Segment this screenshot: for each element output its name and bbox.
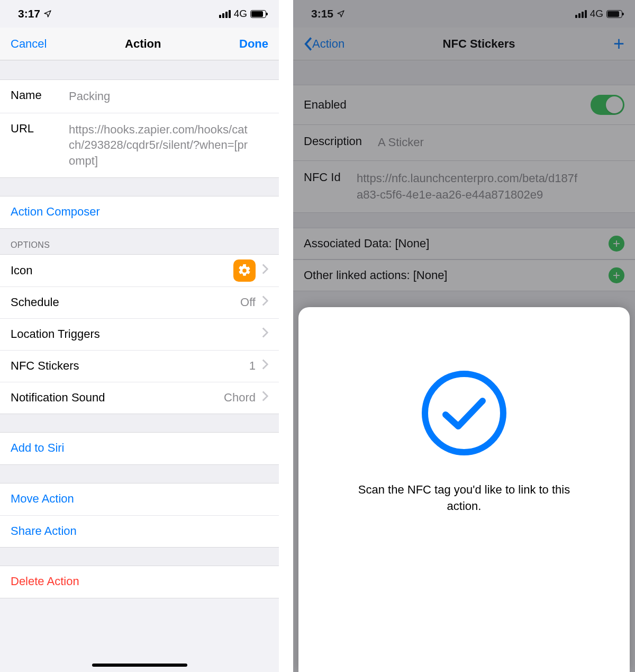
action-composer-label: Action Composer <box>11 205 100 219</box>
right-phone: 3:15 4G Action NFC Stickers + Enabled De… <box>293 0 635 672</box>
chevron-right-icon <box>262 359 268 373</box>
url-value: https://hooks.zapier.com/hooks/catch/293… <box>69 122 249 169</box>
spacer <box>0 548 279 566</box>
sheet-instruction-text: Scan the NFC tag you'd like to link to t… <box>353 482 575 515</box>
notification-sound-row[interactable]: Notification Sound Chord <box>0 382 279 414</box>
add-to-siri-button[interactable]: Add to Siri <box>0 433 279 464</box>
status-time: 3:17 <box>18 7 40 20</box>
image-gap <box>279 0 293 672</box>
navbar: Cancel Action Done <box>0 28 279 60</box>
nfc-scan-sheet: Scan the NFC tag you'd like to link to t… <box>298 307 630 672</box>
schedule-row[interactable]: Schedule Off <box>0 286 279 318</box>
icon-label: Icon <box>11 264 33 277</box>
nfc-count: 1 <box>249 359 256 373</box>
move-action-button[interactable]: Move Action <box>0 483 279 515</box>
share-action-button[interactable]: Share Action <box>0 515 279 547</box>
sound-value: Chord <box>224 391 256 405</box>
chevron-right-icon <box>262 391 268 405</box>
url-label: URL <box>11 122 69 136</box>
url-cell[interactable]: URL https://hooks.zapier.com/hooks/catch… <box>0 113 279 177</box>
delete-action-label: Delete Action <box>11 575 79 588</box>
network-label: 4G <box>234 8 247 20</box>
location-label: Location Triggers <box>11 327 100 341</box>
left-phone: 3:17 4G Cancel Action Done Name Packing … <box>0 0 279 672</box>
share-action-label: Share Action <box>11 524 77 538</box>
spacer <box>0 178 279 196</box>
checkmark-circle-icon <box>422 371 506 455</box>
nfc-stickers-row[interactable]: NFC Stickers 1 <box>0 350 279 382</box>
composer-group: Action Composer <box>0 196 279 229</box>
done-button[interactable]: Done <box>239 37 268 51</box>
spacer <box>0 414 279 432</box>
signal-icon <box>219 10 231 18</box>
home-indicator <box>92 664 187 667</box>
add-to-siri-label: Add to Siri <box>11 441 65 455</box>
spacer <box>0 465 279 483</box>
status-bar: 3:17 4G <box>0 0 279 28</box>
gear-icon <box>233 259 256 282</box>
schedule-value: Off <box>240 295 256 309</box>
name-value: Packing <box>69 88 110 104</box>
battery-icon <box>250 10 266 18</box>
name-cell[interactable]: Name Packing <box>0 80 279 113</box>
move-action-label: Move Action <box>11 492 74 506</box>
location-triggers-row[interactable]: Location Triggers <box>0 318 279 350</box>
chevron-right-icon <box>262 264 268 277</box>
location-arrow-icon <box>43 10 52 18</box>
name-label: Name <box>11 88 69 102</box>
delete-action-button[interactable]: Delete Action <box>0 566 279 598</box>
spacer <box>0 60 279 79</box>
sound-label: Notification Sound <box>11 391 105 405</box>
nfc-label: NFC Stickers <box>11 359 79 373</box>
action-composer-button[interactable]: Action Composer <box>0 196 279 228</box>
options-group: Icon Schedule Off Location Triggers NFC … <box>0 254 279 414</box>
icon-row[interactable]: Icon <box>0 255 279 286</box>
name-url-group: Name Packing URL https://hooks.zapier.co… <box>0 79 279 178</box>
chevron-right-icon <box>262 327 268 341</box>
cancel-button[interactable]: Cancel <box>11 37 47 51</box>
schedule-label: Schedule <box>11 295 59 309</box>
chevron-right-icon <box>262 295 268 309</box>
options-header: OPTIONS <box>0 229 279 254</box>
nav-title: Action <box>125 37 161 51</box>
